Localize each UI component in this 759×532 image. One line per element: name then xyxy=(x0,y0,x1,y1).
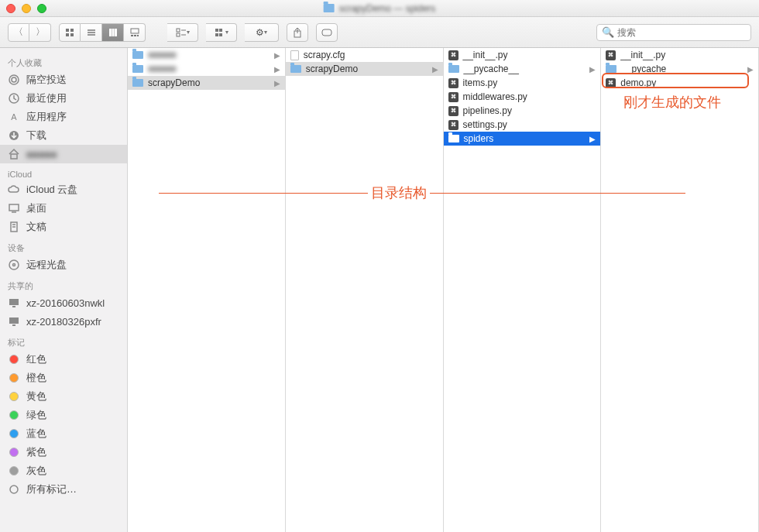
list-item[interactable]: ■■■■■▶ xyxy=(128,62,285,76)
svg-rect-41 xyxy=(12,324,15,326)
sidebar-item-label: 绿色 xyxy=(26,408,46,422)
docs-icon xyxy=(8,221,20,233)
sidebar-item-label: 蓝色 xyxy=(26,427,46,441)
item-label: __init__.py xyxy=(620,50,665,60)
sidebar-item[interactable]: iCloud 云盘 xyxy=(0,180,127,199)
folder-icon xyxy=(290,65,301,73)
folder-icon xyxy=(132,51,143,59)
folder-icon xyxy=(448,135,459,142)
group-button-group: ▾ xyxy=(206,23,237,42)
dot-icon xyxy=(8,390,20,403)
item-label: scrapyDemo xyxy=(148,77,200,88)
sidebar-section-header: 共享的 xyxy=(0,274,127,293)
arrange-button[interactable]: ▾ xyxy=(167,23,198,42)
sidebar-item-label: 桌面 xyxy=(26,201,46,215)
list-view-button[interactable] xyxy=(81,23,102,42)
dot-icon xyxy=(8,465,20,477)
folder-icon xyxy=(448,65,459,73)
list-icon xyxy=(87,28,96,37)
list-item[interactable]: ⌘items.py xyxy=(444,76,601,90)
list-item[interactable]: ⌘__init__.py xyxy=(444,48,601,62)
columns-icon xyxy=(108,28,118,37)
sidebar-item-label: 灰色 xyxy=(26,464,46,478)
sidebar-item[interactable]: 下载 xyxy=(0,126,127,145)
sidebar-item[interactable]: 文稿 xyxy=(0,218,127,236)
zoom-icon[interactable] xyxy=(37,4,46,13)
chevron-right-icon: ▶ xyxy=(274,51,280,60)
list-item[interactable]: ⌘demo.py xyxy=(601,76,758,90)
list-item[interactable]: ⌘settings.py xyxy=(444,118,601,132)
list-item[interactable]: scrapyDemo▶ xyxy=(128,76,285,90)
svg-rect-39 xyxy=(12,306,15,307)
svg-rect-19 xyxy=(219,29,222,32)
list-item[interactable]: spiders▶ xyxy=(444,132,601,146)
sidebar-item[interactable]: 紫色 xyxy=(0,443,127,462)
search-box[interactable]: 🔍 xyxy=(596,24,751,41)
sidebar-item-label: iCloud 云盘 xyxy=(26,183,77,197)
finder-column: scrapy.cfgscrapyDemo▶ xyxy=(286,48,444,532)
item-label: pipelines.py xyxy=(463,105,512,116)
arrange-group: ▾ xyxy=(167,23,198,42)
sidebar-item[interactable]: 桌面 xyxy=(0,199,127,218)
dot-icon xyxy=(8,446,20,458)
sidebar-item-label: 紫色 xyxy=(26,445,46,459)
title-text: scrapyDemo — spiders xyxy=(339,3,436,14)
sidebar-item[interactable]: 红色 xyxy=(0,350,127,369)
tags-button[interactable] xyxy=(316,23,338,42)
disc-icon xyxy=(8,259,20,271)
grid-icon xyxy=(65,28,74,37)
group-button[interactable]: ▾ xyxy=(206,23,237,42)
list-item[interactable]: scrapy.cfg xyxy=(286,48,443,62)
gallery-view-button[interactable] xyxy=(124,23,146,42)
sidebar-item[interactable]: 黄色 xyxy=(0,387,127,406)
sidebar-item[interactable]: 最近使用 xyxy=(0,89,127,108)
chevron-right-icon: ▶ xyxy=(432,65,438,74)
list-item[interactable]: scrapyDemo▶ xyxy=(286,62,443,76)
sidebar-item[interactable]: xz-20180326pxfr xyxy=(0,312,127,331)
traffic-lights xyxy=(6,4,46,13)
list-item[interactable]: ⌘__init__.py xyxy=(601,48,758,62)
sidebar-item[interactable]: 蓝色 xyxy=(0,424,127,443)
close-icon[interactable] xyxy=(6,4,15,13)
list-item[interactable]: ⌘middlewares.py xyxy=(444,90,601,104)
back-button[interactable]: 〈 xyxy=(8,23,29,42)
action-button[interactable]: ⚙ ▾ xyxy=(245,23,279,42)
svg-rect-9 xyxy=(115,29,117,36)
item-label: settings.py xyxy=(463,119,507,130)
python-file-icon: ⌘ xyxy=(606,78,616,88)
list-item[interactable]: ■■■■■▶ xyxy=(128,48,285,62)
svg-point-42 xyxy=(10,486,18,493)
minimize-icon[interactable] xyxy=(22,4,31,13)
sidebar-section-header: 个人收藏 xyxy=(0,51,127,70)
sidebar-item[interactable]: 远程光盘 xyxy=(0,256,127,274)
svg-rect-18 xyxy=(215,29,218,32)
search-input[interactable] xyxy=(617,27,746,38)
list-item[interactable]: __pycache__▶ xyxy=(444,62,601,76)
sidebar-item[interactable]: A应用程序 xyxy=(0,108,127,126)
python-file-icon: ⌘ xyxy=(606,50,616,60)
sidebar-item-label: 红色 xyxy=(26,352,46,366)
item-label: ■■■■■ xyxy=(148,50,176,60)
column-browser: ■■■■■▶■■■■■▶scrapyDemo▶scrapy.cfgscrapyD… xyxy=(128,48,759,532)
forward-button[interactable]: 〉 xyxy=(29,23,51,42)
sidebar-item[interactable]: 隔空投送 xyxy=(0,70,127,89)
titlebar: scrapyDemo — spiders xyxy=(0,0,759,17)
monitor-icon xyxy=(8,315,20,328)
svg-point-37 xyxy=(13,264,15,266)
icon-view-button[interactable] xyxy=(59,23,81,42)
sidebar-item[interactable]: xz-20160603nwkl xyxy=(0,293,127,312)
list-item[interactable]: ⌘pipelines.py xyxy=(444,104,601,118)
svg-rect-1 xyxy=(70,29,74,32)
svg-rect-7 xyxy=(109,29,112,36)
svg-rect-12 xyxy=(134,35,136,36)
sidebar-item[interactable]: 灰色 xyxy=(0,462,127,480)
sidebar-item[interactable]: 橙色 xyxy=(0,369,127,387)
download-icon xyxy=(8,129,20,142)
column-view-button[interactable] xyxy=(102,23,124,42)
sidebar-item[interactable]: ■■■■■ xyxy=(0,145,127,163)
file-icon xyxy=(290,50,299,60)
sidebar-item[interactable]: 所有标记… xyxy=(0,480,127,499)
list-item[interactable]: __pycache__▶ xyxy=(601,62,758,76)
share-button[interactable] xyxy=(287,23,308,42)
sidebar-item[interactable]: 绿色 xyxy=(0,406,127,424)
